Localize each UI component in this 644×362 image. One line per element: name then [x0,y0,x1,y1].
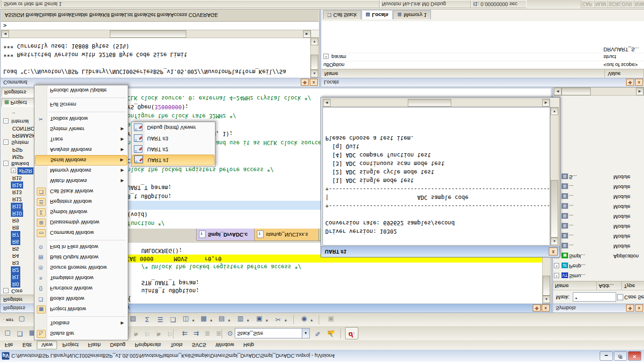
find-next-icon[interactable]: ✎ [312,329,323,339]
submenu-item-uart-1[interactable]: ≡✎UART #1 [132,155,215,165]
symbols-row[interactable]: +🗎S...Module [553,172,644,182]
tab-memory-1[interactable]: ▦Memory 1 [393,10,431,19]
menu-debug[interactable]: Debug [106,341,130,349]
close-icon[interactable]: x [542,304,550,312]
tree-expand-icon[interactable]: + [323,54,329,59]
incremental-find-icon[interactable]: ✍ [325,329,337,339]
serial-window-icon[interactable]: ▤ [216,314,227,325]
view-menu-item-trace[interactable]: Trace▶ [35,134,127,145]
stop-icon[interactable]: ▨ [127,314,139,325]
uart1-output[interactable]: Driver version: 10302Conversion rate: 69… [322,107,550,246]
symbols-row[interactable]: +▣Smpl...Application [553,251,644,261]
locals-row-u8Option[interactable]: u8Option<out of scope> [322,61,644,69]
mask-input[interactable]: * [573,292,616,302]
view-menu-item-analysis-windows[interactable]: Analysis Windows▶ [35,145,127,155]
tab-locals[interactable]: ▤Locals [362,10,393,19]
title-bar[interactable]: µV C:/Nuvoton/BSP Library/NUC100SeriesBS… [0,349,644,362]
view-menu-item-books-window[interactable]: ❐Books Window [35,294,127,304]
call-stack-icon[interactable]: ❐ [167,314,179,325]
reset-icon[interactable]: ←RST [2,315,15,324]
menu-help[interactable]: Help [239,341,258,349]
symbols-row[interactable]: +🗎...Module [553,212,644,222]
uncomment-icon[interactable]: ≣ [213,329,224,339]
toolbox-icon[interactable]: ✂ [272,314,284,325]
memory-window-icon-dropdown[interactable]: ▼ [209,318,213,322]
watch-window-icon-dropdown[interactable]: ▼ [191,318,195,322]
symbols-row[interactable]: +🗎...Module [553,192,644,202]
locals-col-name[interactable]: Name [322,69,605,78]
analysis-window-icon[interactable]: ▥ [235,314,246,325]
view-menu-item-registers-window[interactable]: ☰Registers Window [35,197,127,207]
view-menu-item-disassembly-window[interactable]: ⊞Disassembly Window [35,217,127,228]
pin-icon[interactable]: ✜ [626,304,634,312]
view-menu-item-functions-window[interactable]: {}Functions Window [35,283,127,294]
pin-icon[interactable]: ✜ [301,79,309,86]
uart1-title[interactable]: UART #1 x [321,246,560,257]
command-hscrollbar[interactable]: ◀ ▶ [1,30,311,38]
symbols-row[interactable]: +🗎...Module [553,182,644,192]
debug-views-icon[interactable]: ▣ [325,314,337,325]
trace-icon-dropdown[interactable]: ▼ [310,318,314,322]
tab-project[interactable]: ▦ Project [1,98,35,107]
close-icon[interactable]: x [549,247,558,255]
pin-icon[interactable]: ✜ [626,79,634,86]
new-file-icon[interactable]: ▢ [2,329,13,339]
menu-flash[interactable]: Flash [84,341,105,349]
view-menu-item-call-stack-window[interactable]: ❐Call Stack Window [35,186,127,197]
disassembly-title[interactable]: Disassembly ✜ x [98,304,551,313]
uart1-vscrollbar[interactable]: ▲ ▼ [550,107,559,246]
menu-tools[interactable]: Tools [166,341,187,349]
close-icon[interactable]: x [635,304,643,312]
analysis-window-icon-dropdown[interactable]: ▼ [246,318,250,322]
case-sensitive-checkbox[interactable] [617,294,623,300]
system-viewer-icon-dropdown[interactable]: ▼ [265,318,269,322]
view-menu-item-watch-windows[interactable]: Watch Windows▶ [35,176,127,186]
locals-row-param[interactable]: + paramstruct DRVUART_S... [322,53,644,61]
view-menu-item-serial-windows[interactable]: Serial Windows▶ [35,155,127,165]
find-combo[interactable]: Stack_Size [235,328,305,338]
comment-icon[interactable]: ≣ [202,329,213,339]
find-combo-dropdown[interactable]: ▲ [302,328,310,338]
view-menu-item-toolbars[interactable]: Toolbars▶ [35,318,127,329]
step-icon[interactable]: ▢ [16,314,27,325]
view-menu-item-system-viewer[interactable]: System Viewer▶ [35,124,127,134]
view-menu-item-symbol-window[interactable]: ΣSymbol Window [35,207,127,217]
tree-expand-icon[interactable]: + [11,168,16,173]
symbols-row[interactable]: +🗎...Module [553,202,644,212]
tab-registers[interactable]: Registers [1,88,35,97]
view-menu-item-command-window[interactable]: ▭Command Window [35,228,127,238]
submenu-item-debug-printf-viewer[interactable]: ≡✎Debug (printf) Viewer [132,122,215,133]
code-line[interactable]: /* HCLK clock source. 0: external 4~24MH… [100,93,311,102]
watch-window-icon[interactable]: ◫ [180,314,191,325]
close-button[interactable]: ✕ [628,351,641,361]
menu-peripherals[interactable]: Peripherals [131,341,165,349]
bookmark-next-icon[interactable]: ⚑ [153,329,164,339]
view-menu-item-full-screen[interactable]: Full Screen [35,99,127,110]
maximize-button[interactable]: 🗗 [614,351,627,361]
bookmark-toggle-icon[interactable]: ⚑ [130,329,141,339]
open-file-icon[interactable]: ❐ [14,329,25,339]
command-vscrollbar[interactable]: ▲ ▼ [310,37,319,78]
command-output[interactable]: Load "C://Nuvoton//BSP Library//NUC100Se… [1,38,311,78]
bookmark-prev-icon[interactable]: ⚐ [141,329,153,339]
trace-icon[interactable]: ◉ [298,314,310,325]
menu-window[interactable]: Window [211,341,238,349]
tab-call-stack[interactable]: ❐Call Stack [323,10,361,19]
close-icon[interactable]: x [310,79,318,86]
view-menu-item-memory-windows[interactable]: Memory Windows▶ [35,165,127,176]
view-menu-item-templates-window[interactable]: ≡Templates Window [35,273,127,283]
symbols-row[interactable]: +VTSimu... [553,271,644,281]
view-menu-item-build-output-window[interactable]: ▤Build Output Window [35,252,127,263]
symbols-row[interactable]: +🗎...Module [553,222,644,231]
locals-col-value[interactable]: Value [605,69,644,78]
tree-expand-icon[interactable]: - [3,118,8,123]
toolbox-icon-dropdown[interactable]: ▼ [284,318,288,322]
view-menu-item-project-window[interactable]: ▦Project Window [35,304,127,314]
registers-window-icon[interactable]: ☰ [155,314,166,325]
menu-edit[interactable]: Edit [18,341,36,349]
symbols-title[interactable]: Symbols ✜ x [553,304,644,313]
symbols-row[interactable]: +🗎...Module [553,231,644,241]
view-menu-item-status-bar[interactable]: ◺Status Bar [35,329,127,339]
locals-title[interactable]: Locals ✜ x [321,78,644,87]
tree-expand-icon[interactable]: - [3,161,8,166]
